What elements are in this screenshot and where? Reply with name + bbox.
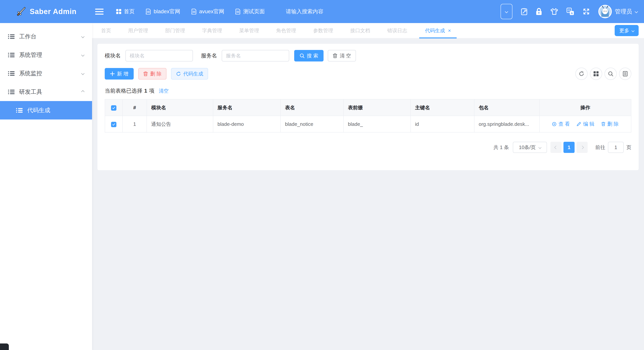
- tab-code-generation[interactable]: 代码生成 ×: [419, 23, 457, 38]
- search-button-label: 搜 索: [307, 52, 318, 59]
- delete-button-label: 删 除: [150, 71, 162, 77]
- module-name-label: 模块名: [105, 52, 121, 59]
- service-name-input[interactable]: [222, 50, 289, 62]
- trash-icon: [143, 71, 148, 76]
- theme-shirt-icon[interactable]: [550, 8, 558, 15]
- tab-label: 代码生成: [425, 27, 445, 34]
- top-menu-label: bladex官网: [154, 8, 180, 15]
- pagination-total: 共 1 条: [494, 144, 509, 151]
- top-menu-label: 测试页面: [243, 8, 265, 15]
- tab-error-log[interactable]: 错误日志: [382, 23, 412, 38]
- tab-param-management[interactable]: 参数管理: [308, 23, 338, 38]
- tab-dept-management[interactable]: 部门管理: [160, 23, 190, 38]
- sidebar-item-workbench[interactable]: 工作台: [0, 27, 92, 46]
- sidebar: 工作台 系统管理 系统监控 研发工具 代码生成: [0, 23, 92, 350]
- column-header-actions: 操作: [540, 99, 631, 116]
- row-view-link[interactable]: 查 看: [552, 121, 570, 127]
- search-button[interactable]: 搜 索: [294, 50, 324, 62]
- delete-button[interactable]: 删 除: [138, 68, 166, 80]
- menu-list-icon: [8, 89, 14, 95]
- goto-label: 前往: [595, 144, 605, 151]
- app-logo[interactable]: Saber Admin: [0, 6, 92, 17]
- lock-icon[interactable]: [536, 8, 542, 15]
- trash-icon: [333, 53, 337, 58]
- tab-menu-management[interactable]: 菜单管理: [234, 23, 264, 38]
- top-menu: 首页 bladex官网 avuex官网 测试页面: [116, 8, 265, 15]
- tab-user-management[interactable]: 用户管理: [123, 23, 153, 38]
- selection-clear-link[interactable]: 清空: [159, 88, 169, 94]
- tab-dict-management[interactable]: 字典管理: [197, 23, 227, 38]
- top-menu-label: avuex官网: [199, 8, 224, 15]
- service-name-label: 服务名: [201, 52, 217, 59]
- user-menu[interactable]: 管理员: [598, 5, 638, 18]
- menu-list-icon: [8, 52, 14, 58]
- sword-icon: [16, 6, 26, 17]
- chevron-down-icon: [538, 146, 542, 149]
- search-icon: [608, 71, 613, 76]
- next-page-button[interactable]: [576, 142, 588, 153]
- clear-button-label: 清 空: [340, 52, 351, 59]
- check-icon: [112, 107, 115, 109]
- sidebar-item-system-management[interactable]: 系统管理: [0, 46, 92, 64]
- tab-home[interactable]: 首页: [96, 23, 116, 38]
- row-edit-label: 编 辑: [583, 121, 594, 127]
- tab-role-management[interactable]: 角色管理: [271, 23, 301, 38]
- grid-icon: [594, 71, 598, 76]
- main-area: 首页 用户管理 部门管理 字典管理 菜单管理 角色管理 参数管理 接口文档 错误…: [92, 23, 644, 350]
- page-number-current[interactable]: 1: [564, 142, 574, 153]
- row-checkbox[interactable]: [111, 122, 116, 127]
- hamburger-icon[interactable]: [95, 9, 104, 15]
- document-icon: [623, 71, 628, 77]
- cell-prefix: blade_: [344, 116, 410, 132]
- row-edit-link[interactable]: 编 辑: [576, 121, 594, 127]
- global-search-input[interactable]: [285, 8, 350, 15]
- translate-icon[interactable]: [566, 8, 574, 15]
- column-header-index: #: [122, 99, 147, 116]
- chevron-left-icon: [554, 146, 558, 149]
- doc-icon: [146, 9, 151, 15]
- plus-icon: [110, 71, 115, 76]
- tabs-more-label: 更多: [619, 27, 629, 34]
- row-delete-link[interactable]: 删 除: [601, 121, 619, 127]
- sidebar-item-dev-tools[interactable]: 研发工具: [0, 83, 92, 101]
- column-settings-button[interactable]: [590, 68, 602, 80]
- chevron-up-icon: [81, 90, 84, 94]
- code-generate-button[interactable]: 代码生成: [171, 68, 208, 80]
- cell-module: 通知公告: [147, 116, 213, 132]
- app-title: Saber Admin: [30, 8, 76, 16]
- module-name-input[interactable]: [126, 50, 193, 62]
- cell-table: blade_notice: [280, 116, 344, 132]
- column-header-module: 模块名: [147, 99, 213, 116]
- menu-list-icon: [16, 108, 23, 113]
- top-menu-test-page[interactable]: 测试页面: [235, 8, 265, 15]
- data-table: # 模块名 服务名 表名 表前缀 主键名 包名 操作: [105, 99, 631, 132]
- top-menu-bladex-site[interactable]: bladex官网: [146, 8, 180, 15]
- goto-page-input[interactable]: [608, 142, 624, 153]
- prev-page-button[interactable]: [550, 142, 562, 153]
- sidebar-item-code-generation[interactable]: 代码生成: [0, 101, 92, 119]
- tabs-more-button[interactable]: 更多: [615, 25, 639, 36]
- pagination: 共 1 条 10条/页 1 前往 页: [105, 142, 631, 153]
- cell-pk: id: [410, 116, 474, 132]
- tab-api-docs[interactable]: 接口文档: [345, 23, 375, 38]
- debug-tool-icon[interactable]: [521, 8, 528, 15]
- topbar-collapse-button[interactable]: [500, 4, 512, 19]
- sidebar-item-system-monitor[interactable]: 系统监控: [0, 64, 92, 83]
- top-menu-home[interactable]: 首页: [116, 8, 135, 15]
- tab-close-icon[interactable]: ×: [448, 28, 451, 33]
- fullscreen-icon[interactable]: [583, 8, 590, 15]
- table-settings-button[interactable]: [619, 68, 631, 80]
- refresh-toolbar-button[interactable]: [575, 68, 588, 80]
- goto-suffix: 页: [626, 144, 631, 151]
- code-generate-button-label: 代码生成: [183, 71, 203, 77]
- chevron-down-icon: [81, 72, 84, 75]
- clear-button[interactable]: 清 空: [328, 50, 356, 62]
- add-button[interactable]: 新 增: [105, 68, 134, 80]
- menu-list-icon: [8, 34, 14, 39]
- search-toggle-button[interactable]: [604, 68, 617, 80]
- trash-icon: [601, 122, 606, 126]
- top-menu-avuex-site[interactable]: avuex官网: [192, 8, 224, 15]
- page-size-select[interactable]: 10条/页: [513, 142, 547, 153]
- column-header-package: 包名: [474, 99, 540, 116]
- select-all-checkbox[interactable]: [111, 105, 116, 111]
